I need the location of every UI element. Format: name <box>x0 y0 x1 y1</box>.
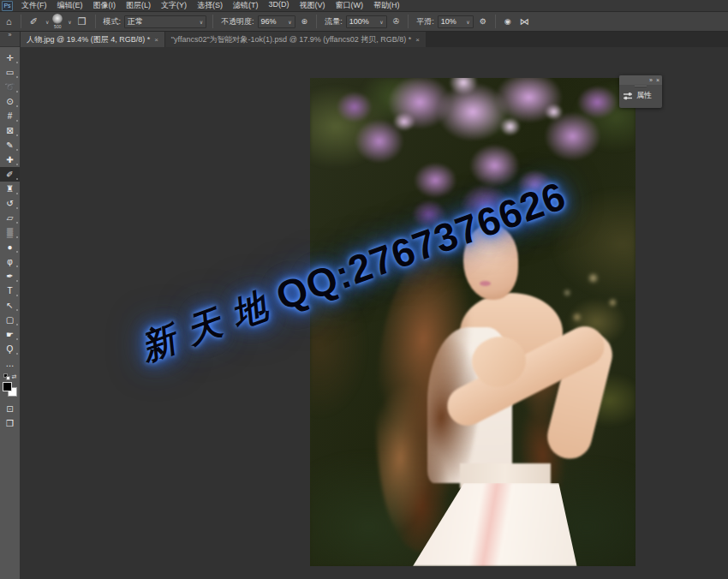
history-brush-tool[interactable]: ↺ <box>0 196 20 211</box>
blend-mode-value: 正常 <box>128 16 143 27</box>
opacity-pressure-icon[interactable]: ⊛ <box>299 18 311 26</box>
rectangle-tool[interactable]: ▢ <box>0 313 20 327</box>
quick-mask-button[interactable]: ⊡ <box>0 402 20 416</box>
menu-file[interactable]: 文件(F) <box>16 0 52 12</box>
divider <box>316 15 317 28</box>
divider <box>95 15 96 28</box>
screen-mode-button[interactable]: ❐ <box>0 416 20 431</box>
chevron-down-icon: ∨ <box>466 19 469 25</box>
gradient-tool[interactable]: ▒ <box>0 225 20 240</box>
marquee-tool[interactable]: ▭ <box>0 65 20 80</box>
frame-tool[interactable]: ⊠ <box>0 123 20 138</box>
tab-document-2[interactable]: "yffancs02"为智能对象-1ok(1).psd @ 17.9% (yff… <box>165 32 426 47</box>
smoothing-select[interactable]: 10% ∨ <box>438 15 474 28</box>
edit-toolbar[interactable]: … <box>0 356 20 371</box>
chevron-down-icon[interactable]: ∨ <box>45 19 49 25</box>
gear-icon[interactable]: ⚙ <box>477 18 489 26</box>
menu-help[interactable]: 帮助(H) <box>368 0 405 12</box>
divider <box>408 15 409 28</box>
type-tool[interactable]: T <box>0 284 20 298</box>
smoothing-value: 10% <box>441 17 456 26</box>
photoshop-window: Ps 文件(F)编辑(E)图像(I)图层(L)文字(Y)选择(S)滤镜(T)3D… <box>0 0 728 579</box>
properties-tab[interactable]: 属性 <box>619 87 662 104</box>
chevron-down-icon: ∨ <box>288 19 291 25</box>
tab-label: 人物.jpg @ 19.4% (图层 4, RGB/8) * <box>27 34 150 45</box>
properties-panel-label: 属性 <box>636 90 652 101</box>
divider <box>21 15 21 28</box>
dodge-tool[interactable]: φ <box>0 254 20 269</box>
chevron-down-icon[interactable]: ∨ <box>68 19 71 25</box>
brush-size-value: 500 <box>54 25 61 29</box>
watermark-cjk: 新天地 <box>135 281 285 367</box>
pen-tool[interactable]: ✒ <box>0 269 20 284</box>
flow-value: 100% <box>349 17 369 26</box>
document-tab-strip: » 人物.jpg @ 19.4% (图层 4, RGB/8) * × "yffa… <box>0 32 728 47</box>
divider <box>212 15 213 28</box>
blend-mode-select[interactable]: 正常 ∨ <box>124 15 206 28</box>
eraser-tool[interactable]: ▱ <box>0 211 20 225</box>
size-pressure-icon[interactable]: ◉ <box>502 18 514 26</box>
toggle-brush-panel-icon[interactable]: ❒ <box>75 17 89 27</box>
brush-tool-icon[interactable]: ✐ <box>27 17 40 27</box>
properties-panel-header: » × <box>619 75 662 85</box>
tab-label: "yffancs02"为智能对象-1ok(1).psd @ 17.9% (yff… <box>171 34 411 45</box>
eyedropper-tool[interactable]: ✎ <box>0 138 20 152</box>
collapse-panel-icon[interactable]: » <box>649 77 653 83</box>
menu-select[interactable]: 选择(S) <box>192 0 228 12</box>
quick-selection-tool[interactable]: ⊙ <box>0 94 20 109</box>
flow-select[interactable]: 100% ∨ <box>346 15 387 28</box>
color-swatches <box>3 382 17 397</box>
blur-tool[interactable]: ● <box>0 240 20 254</box>
path-selection-tool[interactable]: ↖ <box>0 298 20 313</box>
airbrush-icon[interactable]: ✇ <box>391 18 403 26</box>
chevron-down-icon: ∨ <box>379 19 383 25</box>
hand-tool[interactable]: ☛ <box>0 327 20 342</box>
close-icon[interactable]: × <box>154 36 158 44</box>
canvas-area[interactable]: 新天地QQ:2767376626 » × 属性 <box>20 47 728 579</box>
menu-edit[interactable]: 编辑(E) <box>52 0 88 12</box>
home-icon[interactable]: ⌂ <box>3 17 15 27</box>
flow-label: 流量: <box>325 16 343 27</box>
lasso-tool[interactable]: ➰ <box>0 80 20 94</box>
opacity-label: 不透明度: <box>221 16 254 27</box>
brush-tool[interactable]: ✐ <box>0 167 20 182</box>
menu-view[interactable]: 视图(V) <box>295 0 331 12</box>
opacity-value: 96% <box>261 17 277 26</box>
opacity-select[interactable]: 96% ∨ <box>258 15 295 28</box>
properties-panel: » × 属性 <box>619 75 662 108</box>
menu-3d[interactable]: 3D(D) <box>264 0 295 12</box>
brush-preview-icon <box>52 14 63 24</box>
smoothing-label: 平滑: <box>416 16 434 27</box>
foreground-color-swatch[interactable] <box>3 382 12 391</box>
brush-preset-picker[interactable]: 500 <box>52 14 63 29</box>
zoom-tool[interactable]: Ϙ <box>0 342 20 356</box>
app-logo: Ps <box>2 1 13 11</box>
divider <box>495 15 496 28</box>
close-icon[interactable]: × <box>656 77 659 83</box>
menu-filter[interactable]: 滤镜(T) <box>228 0 264 12</box>
crop-tool[interactable]: # <box>0 109 20 123</box>
tool-options-bar: ⌂ ✐ ∨ 500 ∨ ❒ 模式: 正常 ∨ 不透明度: 96% ∨ ⊛ 流量:… <box>0 12 728 32</box>
menu-type[interactable]: 文字(Y) <box>156 0 192 12</box>
document-image[interactable] <box>310 78 636 566</box>
menu-image[interactable]: 图像(I) <box>88 0 122 12</box>
toolbar-collapse-button[interactable]: » <box>0 32 20 47</box>
clone-stamp-tool[interactable]: ♜ <box>0 182 20 196</box>
tools-panel: ✛▭➰⊙#⊠✎✚✐♜↺▱▒●φ✒T↖▢☛Ϙ… ⇄ ⊡ ❐ <box>0 47 20 579</box>
menu-layer[interactable]: 图层(L) <box>121 0 156 12</box>
mode-label: 模式: <box>104 16 122 27</box>
sliders-icon <box>623 91 633 101</box>
menu-window[interactable]: 窗口(W) <box>331 0 369 12</box>
move-tool[interactable]: ✛ <box>0 51 20 65</box>
symmetry-icon[interactable]: ⋈ <box>517 17 532 27</box>
default-colors-icon[interactable] <box>3 373 10 380</box>
tab-document-1[interactable]: 人物.jpg @ 19.4% (图层 4, RGB/8) * × <box>21 32 164 47</box>
swap-colors-icon[interactable]: ⇄ <box>12 373 17 380</box>
healing-brush-tool[interactable]: ✚ <box>0 152 20 167</box>
close-icon[interactable]: × <box>415 36 420 44</box>
menu-bar: Ps 文件(F)编辑(E)图像(I)图层(L)文字(Y)选择(S)滤镜(T)3D… <box>0 0 728 12</box>
chevron-down-icon: ∨ <box>200 19 203 25</box>
